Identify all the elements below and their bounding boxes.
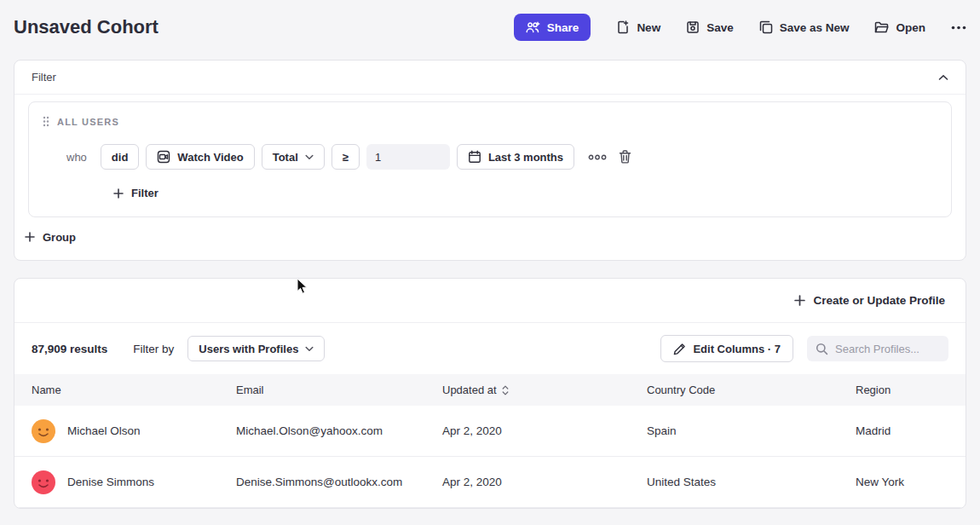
- profile-name: Denise Simmons: [67, 476, 154, 488]
- delete-clause-button[interactable]: [619, 150, 631, 164]
- event-label: Watch Video: [177, 151, 243, 164]
- new-button[interactable]: New: [616, 20, 660, 34]
- column-label: Email: [236, 384, 264, 396]
- open-button[interactable]: Open: [874, 21, 925, 34]
- column-label: Name: [32, 384, 61, 396]
- chevron-down-icon: [305, 154, 314, 160]
- share-icon: [526, 21, 540, 34]
- name-cell: Michael Olson: [32, 419, 236, 443]
- aggregation-label: Total: [273, 151, 298, 164]
- group-label: ALL USERS: [57, 117, 119, 127]
- table-header: Name Email Updated at Country Code Regio…: [14, 374, 966, 406]
- operator-selector[interactable]: ≥: [331, 144, 360, 170]
- column-header-country-code[interactable]: Country Code: [647, 384, 856, 396]
- add-filter-row: Filter: [113, 187, 937, 201]
- create-profile-label: Create or Update Profile: [813, 294, 945, 307]
- folder-icon: [874, 21, 889, 34]
- share-button[interactable]: Share: [514, 14, 591, 41]
- plus-icon: [794, 295, 805, 306]
- pencil-icon: [673, 343, 686, 355]
- email-cell: Michael.Olson@yahoox.com: [236, 424, 442, 437]
- table-row[interactable]: Michael Olson Michael.Olson@yahoox.com A…: [14, 406, 966, 457]
- results-toolbar: 87,909 results Filter by Users with Prof…: [14, 323, 966, 374]
- drag-handle-icon[interactable]: [43, 116, 49, 127]
- clause-more-options-button[interactable]: [588, 154, 607, 160]
- results-panel: Create or Update Profile 87,909 results …: [14, 278, 966, 509]
- chevron-up-icon[interactable]: [938, 74, 948, 81]
- filter-panel: Filter ALL USERS who did: [14, 60, 966, 261]
- country-code-cell: Spain: [647, 424, 856, 437]
- profile-search[interactable]: [807, 336, 948, 361]
- add-filter-button[interactable]: Filter: [113, 187, 159, 199]
- top-header: Unsaved Cohort Share New: [0, 0, 980, 60]
- three-circles-icon: [588, 154, 607, 160]
- save-label: Save: [706, 21, 734, 34]
- video-camera-icon: [157, 150, 170, 164]
- column-header-region[interactable]: Region: [856, 384, 948, 396]
- plus-icon: [25, 232, 35, 242]
- threshold-value-input[interactable]: [366, 144, 450, 170]
- add-group-label: Group: [43, 231, 76, 244]
- updated-at-cell: Apr 2, 2020: [442, 476, 647, 488]
- did-selector[interactable]: did: [101, 144, 140, 170]
- filter-panel-title: Filter: [32, 71, 56, 84]
- did-label: did: [112, 151, 129, 164]
- column-header-updated-at[interactable]: Updated at: [442, 384, 647, 396]
- plus-icon: [113, 188, 124, 199]
- save-as-new-icon: [759, 20, 773, 34]
- add-filter-label: Filter: [131, 187, 159, 199]
- save-icon: [686, 20, 700, 34]
- profile-name: Michael Olson: [67, 424, 141, 437]
- avatar: [32, 470, 55, 494]
- search-profiles-input[interactable]: [835, 343, 940, 355]
- save-as-new-label: Save as New: [780, 21, 850, 34]
- column-header-email[interactable]: Email: [236, 384, 442, 396]
- date-range-label: Last 3 months: [488, 151, 563, 164]
- column-label: Updated at: [442, 384, 497, 396]
- sort-arrows-icon[interactable]: [502, 385, 509, 395]
- filter-clause-row: who did Watch Video Total: [66, 144, 937, 170]
- chevron-down-icon: [305, 346, 314, 352]
- create-or-update-profile-button[interactable]: Create or Update Profile: [794, 294, 945, 307]
- column-label: Country Code: [647, 384, 715, 396]
- edit-columns-button[interactable]: Edit Columns · 7: [660, 335, 793, 362]
- aggregation-dropdown[interactable]: Total: [262, 144, 325, 170]
- date-range-selector[interactable]: Last 3 months: [457, 144, 574, 170]
- new-file-icon: [616, 20, 630, 34]
- name-cell: Denise Simmons: [32, 470, 236, 494]
- page-title: Unsaved Cohort: [14, 16, 159, 38]
- email-cell: Denise.Simmons@outlookx.com: [236, 476, 442, 488]
- create-profile-row: Create or Update Profile: [14, 279, 966, 323]
- open-label: Open: [896, 21, 925, 34]
- filter-by-label: Filter by: [133, 343, 174, 355]
- profile-filter-label: Users with Profiles: [199, 343, 298, 355]
- column-header-name[interactable]: Name: [32, 384, 236, 396]
- new-label: New: [637, 21, 660, 34]
- region-cell: Madrid: [856, 424, 948, 437]
- cohort-group-box: ALL USERS who did Watch Video Total: [28, 101, 952, 217]
- filter-panel-header[interactable]: Filter: [14, 61, 966, 95]
- add-group-row: Group: [14, 217, 966, 261]
- edit-columns-label: Edit Columns · 7: [693, 343, 781, 355]
- top-actions: Share New Save: [514, 14, 966, 41]
- share-label: Share: [547, 21, 579, 34]
- column-label: Region: [856, 384, 891, 396]
- updated-at-cell: Apr 2, 2020: [442, 424, 647, 437]
- save-as-new-button[interactable]: Save as New: [759, 20, 850, 34]
- group-label-row: ALL USERS: [43, 116, 937, 127]
- search-icon: [816, 343, 828, 355]
- event-selector[interactable]: Watch Video: [146, 144, 254, 170]
- table-row[interactable]: Denise Simmons Denise.Simmons@outlookx.c…: [14, 457, 966, 508]
- operator-label: ≥: [343, 151, 349, 164]
- who-label: who: [66, 151, 87, 164]
- region-cell: New York: [856, 476, 948, 488]
- avatar: [32, 419, 55, 443]
- results-count: 87,909 results: [32, 343, 107, 355]
- trash-icon: [619, 150, 631, 164]
- more-options-button[interactable]: [951, 26, 966, 30]
- ellipsis-icon: [951, 26, 966, 30]
- save-button[interactable]: Save: [686, 20, 734, 34]
- country-code-cell: United States: [647, 476, 856, 488]
- profile-filter-dropdown[interactable]: Users with Profiles: [187, 336, 325, 361]
- add-group-button[interactable]: Group: [25, 231, 76, 244]
